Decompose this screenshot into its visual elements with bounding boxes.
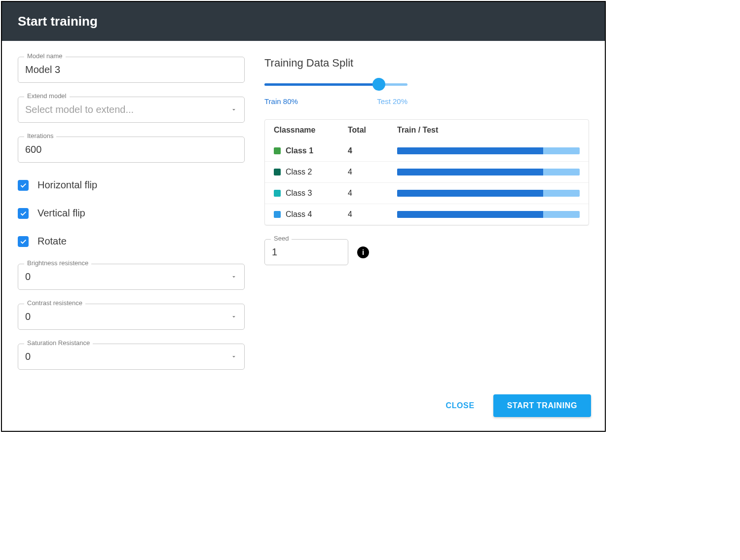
train-test-bar — [397, 211, 580, 218]
class-total: 4 — [348, 189, 397, 198]
train-percent-label: Train 80% — [264, 97, 298, 105]
col-total: Total — [348, 126, 397, 135]
vertical-flip-checkbox[interactable]: Vertical flip — [18, 208, 245, 219]
seed-row: Seed 1 i — [264, 239, 589, 265]
class-total: 4 — [348, 210, 397, 219]
train-test-bar — [397, 190, 580, 197]
slider-labels: Train 80% Test 20% — [264, 97, 407, 105]
train-bar-fill — [397, 147, 543, 154]
train-test-bar — [397, 169, 580, 175]
checkbox-checked-icon — [18, 236, 29, 247]
extend-model-label: Extend model — [24, 92, 70, 100]
class-name-cell: Class 3 — [274, 189, 348, 198]
class-name-cell: Class 2 — [274, 168, 348, 176]
table-row: Class 34 — [265, 182, 589, 204]
seed-value: 1 — [272, 246, 277, 257]
right-column: Training Data Split Train 80% Test 20% C… — [264, 57, 589, 370]
class-name-label: Class 1 — [286, 146, 313, 155]
table-row: Class 24 — [265, 161, 589, 182]
class-split-table: Classname Total Train / Test Class 14Cla… — [264, 119, 589, 225]
resistance-selects: Brightness resistence 0 Contrast resiste… — [18, 264, 245, 370]
saturation-resistance-select[interactable]: Saturation Resistance 0 — [18, 344, 245, 370]
seed-label: Seed — [271, 235, 292, 242]
class-total: 4 — [348, 168, 397, 176]
chevron-down-icon — [230, 104, 237, 115]
contrast-label: Contrast resistence — [24, 299, 85, 307]
brightness-resistance-select[interactable]: Brightness resistence 0 — [18, 264, 245, 290]
class-name-label: Class 3 — [286, 189, 312, 198]
class-name-cell: Class 1 — [274, 146, 348, 155]
class-color-swatch — [274, 169, 281, 175]
train-bar-fill — [397, 211, 543, 218]
class-name-cell: Class 4 — [274, 210, 348, 219]
seed-field[interactable]: Seed 1 — [264, 239, 348, 265]
info-icon[interactable]: i — [357, 246, 369, 258]
class-color-swatch — [274, 147, 281, 154]
horizontal-flip-label: Horizontal flip — [37, 179, 97, 191]
test-percent-label: Test 20% — [377, 97, 407, 105]
rotate-checkbox[interactable]: Rotate — [18, 236, 245, 247]
augmentation-checkboxes: Horizontal flip Vertical flip Rotate — [18, 179, 245, 247]
class-color-swatch — [274, 190, 281, 197]
dialog-title: Start training — [2, 2, 605, 41]
iterations-value: 600 — [25, 144, 41, 155]
saturation-value: 0 — [25, 351, 31, 362]
class-name-label: Class 4 — [286, 210, 312, 219]
iterations-field[interactable]: Iterations 600 — [18, 137, 245, 163]
start-training-dialog: Start training Model name Model 3 Extend… — [1, 1, 606, 432]
contrast-resistance-select[interactable]: Contrast resistence 0 — [18, 304, 245, 330]
col-classname: Classname — [274, 126, 348, 135]
slider-fill — [264, 83, 379, 86]
table-header-row: Classname Total Train / Test — [265, 120, 589, 140]
left-column: Model name Model 3 Extend model Select m… — [18, 57, 245, 370]
rotate-label: Rotate — [37, 236, 67, 247]
saturation-label: Saturation Resistance — [24, 339, 93, 347]
extend-model-select[interactable]: Extend model Select model to extend... — [18, 97, 245, 123]
split-title: Training Data Split — [264, 57, 589, 70]
class-total: 4 — [348, 146, 397, 155]
table-row: Class 14 — [265, 140, 589, 161]
close-button[interactable]: CLOSE — [436, 394, 484, 417]
table-row: Class 44 — [265, 204, 589, 225]
dialog-footer: CLOSE START TRAINING — [2, 385, 605, 431]
train-bar-fill — [397, 190, 543, 197]
chevron-down-icon — [230, 351, 237, 362]
model-name-value: Model 3 — [25, 64, 60, 75]
contrast-value: 0 — [25, 311, 31, 322]
horizontal-flip-checkbox[interactable]: Horizontal flip — [18, 179, 245, 191]
start-training-button[interactable]: START TRAINING — [493, 394, 591, 417]
checkbox-checked-icon — [18, 180, 29, 191]
brightness-value: 0 — [25, 271, 31, 282]
train-test-bar — [397, 147, 580, 154]
class-color-swatch — [274, 211, 281, 218]
col-split: Train / Test — [397, 126, 580, 135]
model-name-label: Model name — [24, 52, 66, 60]
chevron-down-icon — [230, 311, 237, 322]
checkbox-checked-icon — [18, 208, 29, 219]
dialog-body: Model name Model 3 Extend model Select m… — [2, 41, 605, 385]
slider-thumb-icon[interactable] — [372, 78, 385, 91]
train-test-slider[interactable] — [264, 78, 407, 90]
vertical-flip-label: Vertical flip — [37, 208, 85, 219]
iterations-label: Iterations — [24, 132, 56, 140]
model-name-field[interactable]: Model name Model 3 — [18, 57, 245, 83]
train-bar-fill — [397, 169, 543, 175]
extend-model-placeholder: Select model to extend... — [25, 104, 134, 115]
brightness-label: Brightness resistence — [24, 259, 91, 267]
chevron-down-icon — [230, 271, 237, 282]
class-name-label: Class 2 — [286, 168, 312, 176]
